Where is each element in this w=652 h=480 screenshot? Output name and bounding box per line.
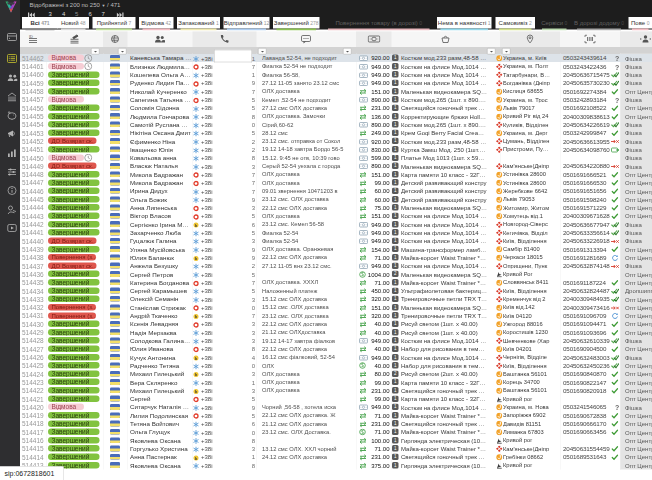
svg-text:ID: ID <box>29 34 33 39</box>
